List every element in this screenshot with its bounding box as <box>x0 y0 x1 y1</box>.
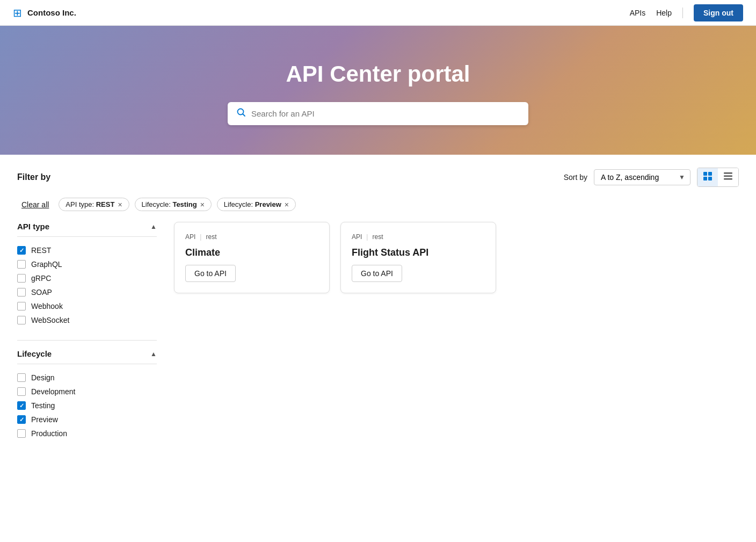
app-logo-icon: ⊞ <box>13 6 22 19</box>
filter-tag-lifecycle-preview: Lifecycle: Preview × <box>217 198 296 211</box>
card-meta-divider: | <box>200 233 201 241</box>
soap-label: SOAP <box>31 288 52 297</box>
filter-section-lifecycle: Lifecycle ▲ Design Development Testing <box>17 349 157 440</box>
filter-option-webhook[interactable]: Webhook <box>17 299 157 313</box>
apis-link[interactable]: APIs <box>630 9 646 17</box>
hero-title: API Center portal <box>286 61 470 87</box>
card-meta-type-label-flight: rest <box>372 233 383 241</box>
active-filters-row: Clear all API type: REST × Lifecycle: Te… <box>17 198 739 211</box>
soap-checkbox[interactable] <box>17 288 26 297</box>
grpc-label: gRPC <box>31 274 51 283</box>
filter-option-testing[interactable]: Testing <box>17 399 157 413</box>
filter-by-label: Filter by <box>17 172 50 182</box>
api-card-flight-status: API | rest Flight Status API Go to API <box>340 222 496 293</box>
card-meta-api-label-flight: API <box>352 233 362 241</box>
sort-select[interactable]: A to Z, ascending Z to A, descending New… <box>594 169 690 185</box>
card-meta-flight: API | rest <box>352 233 485 241</box>
webhook-label: Webhook <box>31 302 63 310</box>
nav-divider <box>682 8 683 18</box>
topnav: ⊞ Contoso Inc. APIs Help Sign out <box>0 0 756 26</box>
filter-tag-lifecycle-testing: Lifecycle: Testing × <box>135 198 212 211</box>
preview-checkbox[interactable] <box>17 415 26 424</box>
graphql-label: GraphQL <box>31 260 62 269</box>
websocket-label: WebSocket <box>31 316 69 324</box>
search-icon <box>236 107 246 120</box>
filter-tag-label: Lifecycle: Testing <box>142 200 197 208</box>
svg-rect-6 <box>724 172 732 174</box>
card-title-climate: Climate <box>185 247 318 258</box>
filter-option-websocket[interactable]: WebSocket <box>17 313 157 327</box>
production-label: Production <box>31 429 67 438</box>
clear-all-button[interactable]: Clear all <box>17 198 53 211</box>
filter-option-graphql[interactable]: GraphQL <box>17 257 157 271</box>
api-type-chevron-icon: ▲ <box>150 223 157 230</box>
sort-by-label: Sort by <box>564 173 587 182</box>
filter-option-soap[interactable]: SOAP <box>17 285 157 299</box>
sidebar: API type ▲ REST GraphQL gRPC SOAP <box>17 222 157 453</box>
svg-rect-5 <box>708 177 712 180</box>
filter-option-design[interactable]: Design <box>17 371 157 385</box>
svg-point-0 <box>238 109 244 114</box>
content-layout: API type ▲ REST GraphQL gRPC SOAP <box>17 222 739 453</box>
svg-rect-2 <box>703 172 707 176</box>
preview-label: Preview <box>31 415 58 424</box>
svg-rect-3 <box>708 172 712 176</box>
development-label: Development <box>31 387 76 396</box>
production-checkbox[interactable] <box>17 429 26 438</box>
svg-rect-8 <box>724 178 732 180</box>
topnav-right: APIs Help Sign out <box>630 4 743 21</box>
search-input[interactable] <box>251 109 520 118</box>
go-to-api-flight-button[interactable]: Go to API <box>352 265 402 282</box>
filter-option-grpc[interactable]: gRPC <box>17 271 157 285</box>
api-card-climate: API | rest Climate Go to API <box>174 222 330 293</box>
brand-area: ⊞ Contoso Inc. <box>13 6 76 19</box>
api-cards-grid: API | rest Climate Go to API API | rest … <box>174 222 739 453</box>
card-meta-climate: API | rest <box>185 233 318 241</box>
remove-api-type-filter-button[interactable]: × <box>118 201 122 208</box>
card-meta-type-label: rest <box>206 233 216 241</box>
svg-rect-4 <box>703 177 707 180</box>
svg-rect-7 <box>724 176 732 177</box>
card-title-flight: Flight Status API <box>352 247 485 258</box>
signout-button[interactable]: Sign out <box>694 4 743 21</box>
filter-option-production[interactable]: Production <box>17 427 157 440</box>
grpc-checkbox[interactable] <box>17 274 26 283</box>
websocket-checkbox[interactable] <box>17 316 26 324</box>
controls-row: Filter by Sort by A to Z, ascending Z to… <box>17 168 739 187</box>
rest-checkbox[interactable] <box>17 246 26 255</box>
help-link[interactable]: Help <box>656 9 672 17</box>
filter-section-api-type: API type ▲ REST GraphQL gRPC SOAP <box>17 222 157 327</box>
sort-area: Sort by A to Z, ascending Z to A, descen… <box>564 168 739 187</box>
design-checkbox[interactable] <box>17 373 26 382</box>
sort-select-wrapper: A to Z, ascending Z to A, descending New… <box>594 169 690 185</box>
api-type-section-header[interactable]: API type ▲ <box>17 222 157 237</box>
testing-checkbox[interactable] <box>17 401 26 410</box>
hero-banner: API Center portal <box>0 26 756 155</box>
design-label: Design <box>31 373 55 382</box>
filter-tag-label: Lifecycle: Preview <box>224 200 281 208</box>
lifecycle-chevron-icon: ▲ <box>150 350 157 358</box>
svg-line-1 <box>243 114 245 116</box>
lifecycle-section-label: Lifecycle <box>17 349 52 358</box>
webhook-checkbox[interactable] <box>17 302 26 310</box>
rest-label: REST <box>31 246 51 255</box>
filter-tag-api-type: API type: REST × <box>59 198 129 211</box>
lifecycle-section-header[interactable]: Lifecycle ▲ <box>17 349 157 364</box>
card-meta-api-label: API <box>185 233 195 241</box>
filter-option-rest[interactable]: REST <box>17 243 157 257</box>
view-toggle <box>697 168 739 187</box>
development-checkbox[interactable] <box>17 387 26 396</box>
filter-option-development[interactable]: Development <box>17 385 157 399</box>
list-view-button[interactable] <box>718 168 738 186</box>
remove-lifecycle-testing-filter-button[interactable]: × <box>200 201 205 208</box>
app-brand: Contoso Inc. <box>27 8 76 17</box>
grid-view-button[interactable] <box>697 168 718 186</box>
filter-option-preview[interactable]: Preview <box>17 413 157 427</box>
filter-tag-label: API type: REST <box>66 200 114 208</box>
search-bar <box>228 102 528 125</box>
remove-lifecycle-preview-filter-button[interactable]: × <box>285 201 289 208</box>
go-to-api-climate-button[interactable]: Go to API <box>185 265 236 282</box>
graphql-checkbox[interactable] <box>17 260 26 269</box>
main-content: Filter by Sort by A to Z, ascending Z to… <box>0 155 756 466</box>
testing-label: Testing <box>31 401 55 410</box>
